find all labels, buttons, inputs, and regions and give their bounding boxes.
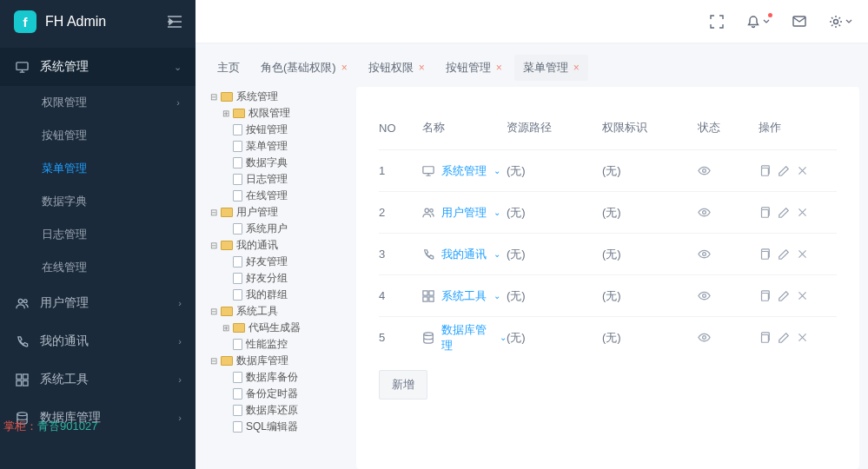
- tree-collapse-icon[interactable]: ⊟: [209, 307, 219, 316]
- close-icon[interactable]: [797, 332, 808, 344]
- tree-node[interactable]: ·日志管理: [221, 171, 339, 188]
- tree-node[interactable]: ·数据库还原: [221, 402, 339, 419]
- close-icon[interactable]: ×: [496, 62, 502, 74]
- tree-node[interactable]: ·数据字典: [221, 155, 339, 171]
- tree-node[interactable]: ·好友管理: [221, 254, 339, 270]
- monitor-icon: [14, 61, 30, 74]
- copy-icon[interactable]: [759, 290, 771, 302]
- cell-name[interactable]: 系统管理 ⌄: [422, 163, 507, 179]
- cell-name[interactable]: 用户管理 ⌄: [422, 205, 507, 221]
- copy-icon[interactable]: [759, 207, 771, 219]
- copy-icon[interactable]: [759, 248, 771, 261]
- file-icon: [233, 223, 242, 234]
- cell-perm: (无): [602, 247, 698, 262]
- copy-icon[interactable]: [759, 165, 771, 177]
- close-icon[interactable]: ×: [573, 62, 580, 74]
- tree-node[interactable]: ·系统用户: [221, 221, 339, 237]
- edit-icon[interactable]: [778, 290, 790, 302]
- sidebar-collapse-icon[interactable]: [168, 16, 182, 28]
- th-perm: 权限标识: [602, 120, 698, 135]
- tree-collapse-icon[interactable]: ⊟: [209, 208, 219, 217]
- tab-label: 角色(基础权限): [261, 60, 336, 76]
- cell-status[interactable]: [698, 164, 759, 177]
- tree-collapse-icon[interactable]: ⊟: [209, 241, 219, 250]
- tree-node[interactable]: ⊞权限管理: [221, 105, 339, 122]
- sidebar-subitem[interactable]: 菜单管理: [0, 152, 195, 185]
- close-icon[interactable]: ×: [341, 62, 348, 74]
- mail-icon[interactable]: [792, 16, 806, 27]
- grid-icon: [14, 373, 30, 386]
- tree-node[interactable]: ·按钮管理: [221, 122, 339, 138]
- cell-name-label: 数据库管理: [441, 322, 493, 353]
- tree-node[interactable]: ⊟数据库管理: [209, 353, 339, 369]
- edit-icon[interactable]: [778, 332, 790, 344]
- tab[interactable]: 角色(基础权限)×: [252, 55, 356, 81]
- tree-node[interactable]: ·菜单管理: [221, 138, 339, 155]
- table-row: 5 数据库管理 ⌄ (无) (无): [379, 316, 837, 358]
- bell-icon[interactable]: [746, 15, 770, 29]
- tree-node[interactable]: ·SQL编辑器: [221, 419, 339, 435]
- tree-node[interactable]: ⊟系统工具: [209, 303, 339, 320]
- tree-node[interactable]: ⊟我的通讯: [209, 237, 339, 254]
- tree-expand-icon[interactable]: ⊞: [221, 109, 231, 118]
- cell-name[interactable]: 系统工具 ⌄: [422, 288, 507, 304]
- chevron-right-icon: ›: [178, 298, 182, 308]
- close-icon[interactable]: [797, 165, 808, 177]
- sidebar-item[interactable]: 我的通讯›: [0, 322, 195, 360]
- cell-actions: [759, 165, 837, 177]
- edit-icon[interactable]: [778, 165, 790, 177]
- grid-icon: [422, 290, 434, 302]
- cell-status[interactable]: [698, 331, 759, 344]
- cell-status[interactable]: [698, 248, 759, 261]
- cell-status[interactable]: [698, 206, 759, 219]
- sidebar-item[interactable]: 系统管理⌄: [0, 48, 195, 86]
- tab[interactable]: 主页: [209, 55, 248, 81]
- sidebar-item[interactable]: 用户管理›: [0, 284, 195, 322]
- tab[interactable]: 按钮管理×: [437, 55, 511, 81]
- sidebar-item[interactable]: 系统工具›: [0, 360, 195, 399]
- close-icon[interactable]: [797, 248, 808, 261]
- tree-node[interactable]: ⊟系统管理: [209, 89, 339, 105]
- tree-node[interactable]: ·数据库备份: [221, 369, 339, 386]
- svg-rect-16: [762, 209, 769, 217]
- tab[interactable]: 菜单管理×: [514, 55, 588, 81]
- fullscreen-icon[interactable]: [710, 15, 724, 29]
- tree-collapse-icon[interactable]: ⊟: [209, 356, 219, 366]
- tree-node[interactable]: ⊟用户管理: [209, 204, 339, 221]
- close-icon[interactable]: [797, 207, 808, 219]
- sidebar-subitem-label: 数据字典: [42, 194, 87, 209]
- add-button[interactable]: 新增: [379, 370, 427, 400]
- tree-node[interactable]: ·好友分组: [221, 270, 339, 287]
- sidebar-subitem[interactable]: 日志管理: [0, 218, 195, 251]
- tab[interactable]: 按钮权限×: [360, 55, 434, 81]
- sidebar-subitem[interactable]: 权限管理›: [0, 86, 195, 119]
- close-icon[interactable]: ×: [419, 62, 425, 74]
- sidebar-subitem[interactable]: 数据字典: [0, 185, 195, 218]
- cell-status[interactable]: [698, 289, 759, 302]
- cell-name-label: 系统管理: [441, 163, 487, 179]
- edit-icon[interactable]: [778, 207, 790, 219]
- tab-label: 菜单管理: [523, 60, 568, 76]
- tree-label: 在线管理: [246, 188, 288, 203]
- tree-node[interactable]: ·备份定时器: [221, 386, 339, 402]
- cell-path: (无): [507, 247, 602, 262]
- sidebar-subitem[interactable]: 按钮管理: [0, 119, 195, 152]
- tree-expand-icon[interactable]: ⊞: [221, 323, 231, 333]
- svg-point-17: [703, 253, 706, 256]
- tree-node[interactable]: ·在线管理: [221, 188, 339, 204]
- copy-icon[interactable]: [759, 332, 771, 344]
- tree-node[interactable]: ⊞代码生成器: [221, 320, 339, 336]
- edit-icon[interactable]: [778, 248, 790, 261]
- tree-collapse-icon[interactable]: ⊟: [209, 92, 219, 102]
- tree-node[interactable]: ·我的群组: [221, 287, 339, 303]
- file-icon: [233, 174, 242, 185]
- tree-label: SQL编辑器: [246, 419, 298, 434]
- sidebar-subitem[interactable]: 在线管理: [0, 251, 195, 284]
- cell-name[interactable]: 数据库管理 ⌄: [422, 322, 507, 353]
- settings-icon[interactable]: [829, 15, 852, 29]
- cell-name[interactable]: 我的通讯 ⌄: [422, 247, 507, 262]
- close-icon[interactable]: [797, 290, 808, 302]
- file-icon: [233, 339, 242, 350]
- tree-node[interactable]: ·性能监控: [221, 336, 339, 353]
- cell-perm: (无): [602, 205, 698, 221]
